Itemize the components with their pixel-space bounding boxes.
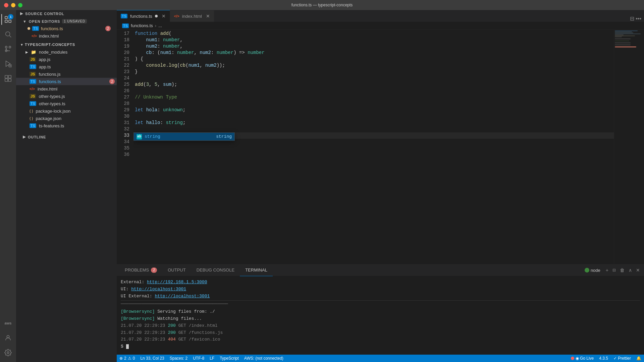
code-line-19: num2: number, <box>133 43 614 50</box>
status-encoding[interactable]: UTF-8 <box>190 355 207 362</box>
tab-close-index[interactable]: ✕ <box>206 13 210 19</box>
activity-settings[interactable] <box>1 346 15 359</box>
activity-run-debug[interactable] <box>1 57 15 70</box>
status-language[interactable]: TypeScript <box>217 355 241 362</box>
open-editor-functions-ts[interactable]: TS functions.ts 2 <box>16 25 117 32</box>
tab-modified-dot <box>155 15 158 17</box>
external-link[interactable]: http://192.168.1.5:3000 <box>147 280 207 285</box>
svg-rect-16 <box>8 79 11 81</box>
code-line-18: num1: number, <box>133 37 614 43</box>
status-errors[interactable]: ⊗ 2 ⚠ 0 <box>117 355 138 362</box>
tree-item-other-types-ts[interactable]: TS other-types.ts <box>16 100 117 107</box>
open-editor-index-filename: index.html <box>39 34 113 39</box>
autocomplete-type-icon: ab <box>137 134 142 139</box>
title-bar: functions.ts — typescript-concepts <box>0 0 644 10</box>
tab-close-functions[interactable]: ✕ <box>162 13 166 19</box>
svg-rect-13 <box>5 75 8 78</box>
breadcrumb-filename[interactable]: functions.ts <box>131 23 153 28</box>
node-icon <box>585 268 589 273</box>
autocomplete-dropdown[interactable]: ab string string <box>133 132 235 141</box>
ui-external-link[interactable]: http://localhost:3001 <box>155 294 210 299</box>
activity-source-control[interactable] <box>1 42 15 56</box>
breadcrumb-ellipsis[interactable]: ... <box>158 23 162 28</box>
tree-item-functions-ts[interactable]: TS functions.ts 2 <box>16 78 117 85</box>
svg-point-4 <box>6 32 10 36</box>
ts-icon-tsfeatures: TS <box>30 123 36 128</box>
close-panel-button[interactable]: ✕ <box>635 266 641 274</box>
encoding-label: UTF-8 <box>193 356 204 361</box>
minimap <box>614 30 644 264</box>
activity-extensions[interactable] <box>1 72 15 85</box>
activity-explorer[interactable]: 1 <box>1 13 15 26</box>
code-line-25: add(3, 5, sum); <box>133 81 614 88</box>
tree-item-package-json[interactable]: { } package.json <box>16 115 117 122</box>
svg-line-5 <box>9 36 11 37</box>
js-icon-functionsjs: JS <box>30 72 36 76</box>
status-aws[interactable]: AWS: (not connected) <box>241 355 286 362</box>
problems-label: PROBLEMS <box>125 267 149 273</box>
folder-header-typescript-concepts[interactable]: ▼ TYPESCRIPT-CONCEPTS <box>16 41 117 48</box>
activity-remote[interactable]: aws <box>1 316 15 330</box>
open-editor-index-html[interactable]: </> index.html <box>16 32 117 40</box>
source-control-header[interactable]: ▶ SOURCE CONTROL <box>16 10 117 17</box>
explorer-badge: 1 <box>8 14 13 19</box>
activity-search[interactable] <box>1 27 15 41</box>
status-eol[interactable]: LF <box>207 355 217 362</box>
split-terminal-button[interactable]: ⊟ <box>611 266 617 274</box>
status-version[interactable]: 4.3.5 <box>596 356 611 361</box>
status-golive[interactable]: ◉ Go Live <box>568 356 597 361</box>
tree-item-index-html[interactable]: </> index.html <box>16 85 117 93</box>
open-editors-header[interactable]: ▼ OPEN EDITORS 1 UNSAVED <box>16 17 117 25</box>
ui-link[interactable]: http://localhost:3001 <box>131 287 186 292</box>
tree-item-app-ts[interactable]: TS app.ts <box>16 63 117 70</box>
functions-js-label: functions.js <box>39 72 60 77</box>
svg-rect-2 <box>5 20 7 22</box>
tree-item-functions-js[interactable]: JS functions.js <box>16 70 117 78</box>
outline-section: ▶ OUTLINE <box>16 132 117 140</box>
code-content[interactable]: function add( num1: number, num2: number… <box>133 30 614 264</box>
html-icon-index: </> <box>30 87 35 91</box>
status-spaces[interactable]: Spaces: 2 <box>167 355 190 362</box>
tree-item-package-lock[interactable]: { } package-lock.json <box>16 107 117 115</box>
panel-tab-problems[interactable]: PROBLEMS 2 <box>119 264 162 276</box>
tab-ts-icon: TS <box>121 14 127 18</box>
close-button[interactable] <box>4 3 8 7</box>
source-control-label: SOURCE CONTROL <box>25 12 64 16</box>
panel-tab-debug-console[interactable]: DEBUG CONSOLE <box>191 264 240 276</box>
add-terminal-button[interactable]: + <box>604 266 610 274</box>
status-position[interactable]: Ln 33, Col 23 <box>138 355 167 362</box>
panel-actions: node + ⊟ 🗑 ∧ ✕ <box>582 266 641 274</box>
tab-functions-ts[interactable]: TS functions.ts ✕ <box>117 10 170 22</box>
code-line-22: console.log(cb(num1, num2)); <box>133 62 614 69</box>
maximize-panel-button[interactable]: ∧ <box>627 266 633 274</box>
maximize-button[interactable] <box>18 3 22 7</box>
node-badge[interactable]: node <box>582 268 603 273</box>
tree-item-ts-features[interactable]: TS ts-features.ts <box>16 122 117 129</box>
panel-tab-terminal[interactable]: TERMINAL <box>240 264 273 276</box>
tree-item-node-modules[interactable]: ▶ 📁 node_modules <box>16 48 117 56</box>
eol-label: LF <box>210 356 214 361</box>
tab-index-html[interactable]: </> index.html ✕ <box>170 10 214 22</box>
source-control-chevron: ▶ <box>20 11 23 16</box>
more-actions-icon[interactable]: ••• <box>636 16 641 22</box>
tree-item-app-js[interactable]: JS app.js <box>16 56 117 63</box>
panel-tab-output[interactable]: OUTPUT <box>162 264 191 276</box>
warning-icon: ⚠ <box>128 356 131 361</box>
code-line-35 <box>133 145 614 152</box>
bell-icon: 🔔 <box>636 356 641 361</box>
kill-terminal-button[interactable]: 🗑 <box>619 266 626 274</box>
warning-count: 0 <box>133 356 135 361</box>
tree-item-other-types-js[interactable]: JS other-types.js <box>16 93 117 100</box>
split-editor-icon[interactable]: ⊟ <box>630 15 634 22</box>
window-title: functions.ts — typescript-concepts <box>291 3 353 7</box>
minimap-content <box>614 30 644 49</box>
activity-account[interactable] <box>1 331 15 345</box>
terminal-content[interactable]: External: http://192.168.1.5:3000 UI: ht… <box>117 276 644 355</box>
status-notifications[interactable]: 🔔 <box>634 356 644 361</box>
terminal-cursor <box>126 344 129 349</box>
outline-header[interactable]: ▶ OUTLINE <box>16 132 117 140</box>
autocomplete-item-string[interactable]: ab string string <box>134 133 234 140</box>
minimize-button[interactable] <box>11 3 15 7</box>
status-prettier[interactable]: ✓ Prettier <box>611 356 634 361</box>
code-editor: 17 18 19 20 21 22 23 24 25 26 27 28 29 3… <box>117 30 644 264</box>
